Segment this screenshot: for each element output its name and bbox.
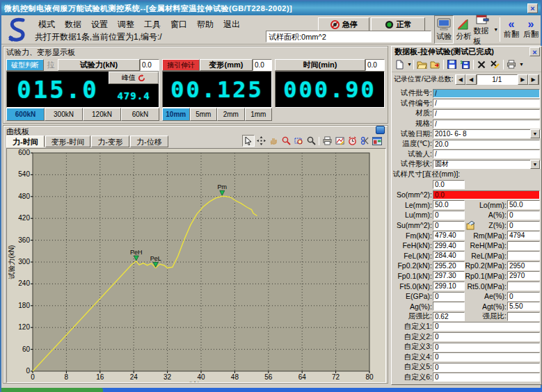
test-button[interactable]: 试验 [434,15,454,44]
emergency-stop-button[interactable]: 急停 [318,17,369,31]
date-field[interactable] [433,129,541,138]
menu-item-exit[interactable]: 退出 [218,17,245,30]
rp01-field[interactable] [507,271,540,280]
force-range-300kn[interactable]: 300kN [45,108,83,121]
fm-field[interactable] [433,231,465,240]
clear-record-icon[interactable] [488,58,502,71]
new-record-caret-icon[interactable]: ▼ [407,62,412,67]
menu-item-window[interactable]: 窗口 [166,17,192,30]
fp01-field[interactable] [433,271,465,280]
tester-field[interactable] [433,149,540,158]
code-field[interactable] [433,99,540,108]
pan-arrows-icon[interactable] [255,135,267,147]
prev-page-button[interactable]: « 前翻 [502,15,521,44]
custom6-field[interactable] [433,373,540,382]
e-field[interactable] [433,292,465,301]
tab-force-displacement[interactable]: 力-位移 [130,136,168,147]
batch-field[interactable] [433,89,540,98]
deform-range-2mm[interactable]: 2mm [217,108,245,121]
refresh-peak-icon[interactable] [138,74,145,82]
next-page-button[interactable]: » 后翻 [521,15,541,44]
date-dropdown-icon[interactable]: ▼ [530,129,540,138]
curve-tools-icon[interactable] [358,135,371,147]
normal-state-button[interactable]: 正常 [371,17,425,31]
last-record-icon[interactable]: ▶ [528,74,539,85]
lo-field[interactable] [507,200,540,209]
a-field[interactable] [507,211,540,220]
first-record-icon[interactable]: ◀ [455,74,466,85]
remove-extensometer-button[interactable]: 摘引伸计 [162,59,200,71]
yield-ratio-field[interactable] [433,312,465,321]
break-detect-button[interactable]: 破型判断 [6,59,44,71]
print-chart-icon[interactable] [321,135,333,147]
print-icon[interactable] [505,58,518,71]
next-record-icon[interactable]: ▶ [518,74,529,85]
force-range-600kn[interactable]: 600kN [6,108,45,121]
deform-range-10mm[interactable]: 10mm [162,108,190,121]
shape-dropdown-icon[interactable]: ▼ [530,160,540,169]
chart-settings-icon[interactable] [333,135,346,147]
size-field[interactable] [433,180,465,189]
save-as-icon[interactable] [459,58,472,71]
tab-force-deform[interactable]: 力-变形 [91,136,129,147]
reh-field[interactable] [507,241,540,250]
agt-field[interactable] [507,302,540,311]
tab-deform-time[interactable]: 变形-时间 [45,136,91,147]
select-cursor-icon[interactable] [242,135,255,147]
measure-tool-icon[interactable] [466,221,475,230]
ag-field[interactable] [433,302,465,311]
z-field[interactable] [507,221,540,230]
lu-field[interactable] [433,211,465,220]
so-field[interactable] [433,190,540,199]
databoard-button[interactable]: 数据板 ▼ [473,15,498,44]
chart-area[interactable]: 0601201802403003604204805406000816243240… [6,148,386,383]
rel-field[interactable] [507,251,540,260]
force-range-120kn[interactable]: 120kN [83,108,121,121]
menu-item-setup[interactable]: 设置 [86,17,113,30]
menu-item-mode[interactable]: 模式 [33,17,60,30]
rm-field[interactable] [507,231,540,240]
databoard-caret-icon[interactable]: ▼ [493,27,498,32]
export-file-icon[interactable] [429,58,442,71]
ae-field[interactable] [507,292,540,301]
cust5-field[interactable] [433,363,540,372]
su-field[interactable] [433,221,465,230]
data-board-close-icon[interactable]: × [529,47,540,56]
analyze-button[interactable]: 分析 [454,15,473,44]
deform-range-1mm[interactable]: 1mm [245,108,273,121]
new-record-icon[interactable] [393,58,406,71]
custom4-field[interactable] [433,352,540,361]
tab-force-time[interactable]: 力-时间 [6,136,45,147]
taskbar[interactable] [1,388,542,392]
feh-field[interactable] [433,241,465,250]
fel-field[interactable] [433,251,465,260]
force-range-60kn[interactable]: 60kN [121,108,159,121]
menu-item-adjust[interactable]: 调整 [113,17,139,30]
custom3-field[interactable] [433,343,540,352]
sample-area-field[interactable]: 试样面积:0mm^2 [266,31,431,42]
alarm-clock-icon[interactable] [346,135,358,147]
menu-item-tools[interactable]: 工具 [139,17,166,30]
zoom-out-icon[interactable] [305,135,317,147]
rt5-field[interactable] [507,281,540,291]
shape-field[interactable] [433,160,541,169]
delete-record-icon[interactable] [475,58,488,71]
zoom-region-icon[interactable] [292,135,305,147]
zoom-in-icon[interactable] [280,135,292,147]
print-caret-icon[interactable]: ▼ [519,62,524,67]
window-close-icon[interactable]: × [527,3,538,13]
deform-range-5mm[interactable]: 5mm [190,108,218,121]
pull-mode-button[interactable]: 拉 [44,59,58,71]
spec-field[interactable] [433,120,540,129]
le-field[interactable] [433,200,465,209]
fp02-field[interactable] [433,261,465,270]
prev-record-icon[interactable]: ◀ [465,74,477,85]
open-file-icon[interactable] [415,58,429,71]
rp02-field[interactable] [507,261,540,270]
menu-item-help[interactable]: 帮助 [192,17,218,30]
panel-view-icon[interactable] [371,135,383,147]
menu-item-data[interactable]: 数据 [60,17,86,30]
temp-field[interactable] [433,140,540,149]
custom1-field[interactable] [433,322,540,331]
panel-collapse-button[interactable] [376,126,385,134]
